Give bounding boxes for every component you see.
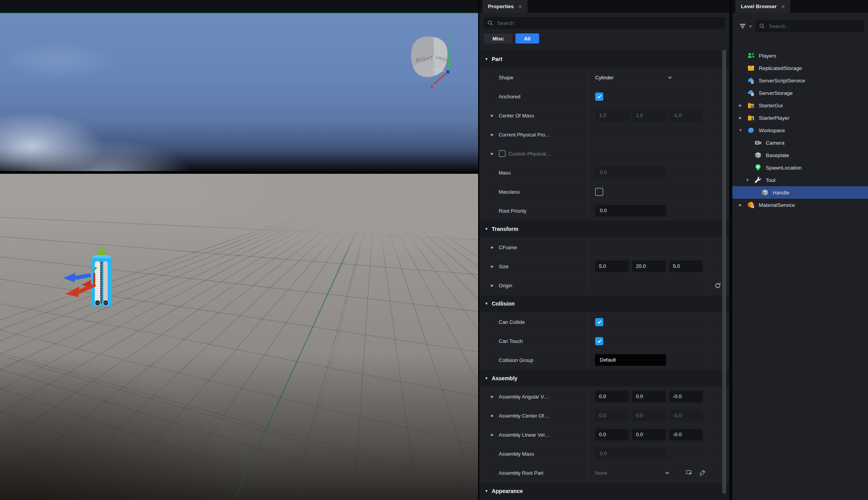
expand-arrow-icon[interactable]: ▶ [491,433,496,437]
section-header-collision[interactable]: ▼Collision [479,295,729,313]
expand-arrow-icon[interactable]: ▶ [491,152,496,156]
tree-item-label: StarterPlayer [759,115,789,121]
property-checkbox[interactable] [595,337,603,345]
move-arrow-z[interactable] [63,273,75,282]
close-icon[interactable]: × [781,3,785,10]
filter-menu-button[interactable]: v [739,23,751,29]
property-row-collision-group: Collision GroupDefault [479,351,729,370]
property-value-cell [589,313,706,331]
property-checkbox[interactable] [595,188,603,196]
level-browser-toolbar: v [732,20,868,32]
filter-misc-button[interactable]: Misc [484,33,512,44]
expander-icon[interactable]: ▶ [738,203,743,207]
tree-item-players[interactable]: Players [732,49,868,62]
section-header-transform[interactable]: ▼Transform [479,220,729,238]
close-icon[interactable]: × [519,3,522,10]
property-name: Anchored [499,94,520,100]
properties-search-input[interactable] [496,20,721,26]
tree-item-handle[interactable]: Handle [732,186,868,199]
expander-icon[interactable]: ▶ [738,116,743,120]
ground-plane[interactable] [0,174,478,500]
expand-arrow-icon[interactable]: ▶ [491,264,496,268]
vector-field[interactable]: 5.0 [669,260,703,272]
vector-field[interactable]: 20.0 [632,260,666,272]
tree-item-serverstorage[interactable]: ServerStorage [732,87,868,99]
expand-arrow-icon[interactable]: ▶ [491,395,496,399]
collapse-arrow-icon[interactable]: ▼ [485,376,488,380]
property-name: CFrame [499,245,517,250]
tree-item-replicatedstorage[interactable]: ReplicatedStorage [732,62,868,74]
section-header-appearance[interactable]: ▼Appearance [479,483,729,500]
vector-field[interactable]: 0.0 [632,429,666,441]
property-dropdown[interactable]: Cylinder [595,75,673,80]
pick-object-icon[interactable] [699,469,706,476]
property-value-cell: 0.00.0-0.0 [589,406,706,425]
properties-scrollbar[interactable] [722,50,726,494]
property-row-current-physical-pro: ▶Current Physical Pro… [479,125,729,144]
vector-field[interactable]: 0.0 [595,391,629,402]
vector-field[interactable]: -0.0 [669,391,703,402]
tree-item-label: Workspace [759,128,785,133]
expand-arrow-icon[interactable]: ▶ [491,245,496,249]
level-browser-search-box[interactable] [755,20,864,32]
move-arrow-x[interactable] [65,287,79,297]
tab-properties[interactable]: Properties × [482,0,527,13]
selected-part-gizmo[interactable] [58,240,128,318]
property-label-cell: Can Touch [479,332,589,350]
tree-item-startergui[interactable]: ▶StarterGui [732,99,868,112]
3d-viewport[interactable]: RIGHT FRONT Y X [0,0,478,500]
property-input[interactable]: 0.0 [595,205,666,217]
collapse-arrow-icon[interactable]: ▼ [485,489,488,493]
tree-item-serverscriptservice[interactable]: ServerScriptService [732,74,868,87]
expander-icon[interactable]: ▶ [738,103,743,107]
tree-item-materialservice[interactable]: ▶MaterialService [732,199,868,211]
property-label-cell: Assembly Mass [479,444,589,463]
tree-item-label: Baseplate [766,152,789,158]
property-input: 0.0 [595,448,666,460]
expand-arrow-icon[interactable]: ▶ [491,283,496,287]
vector-field: 0.0 [632,410,666,421]
view-cube[interactable]: RIGHT FRONT Y X [402,32,461,92]
vector-field[interactable]: 0.0 [595,429,629,441]
collapse-arrow-icon[interactable]: ▼ [485,57,488,61]
expander-icon[interactable]: ▼ [745,178,750,182]
property-input[interactable]: Default [595,354,666,366]
property-label-cell: ▶CFrame [479,238,589,257]
expand-arrow-icon[interactable]: ▶ [491,114,496,117]
section-header-assembly[interactable]: ▼Assembly [479,370,729,387]
expander-icon[interactable]: ▼ [738,128,743,132]
tree-item-tool[interactable]: ▼Tool [732,174,868,186]
tab-level-browser[interactable]: Level Browser × [735,0,790,13]
expand-arrow-icon[interactable]: ▶ [491,133,496,136]
tree-item-spawnlocation[interactable]: SpawnLocation [732,161,868,174]
tree-item-starterplayer[interactable]: ▶StarterPlayer [732,112,868,124]
vector-field[interactable]: -0.0 [669,429,703,441]
vector-field[interactable]: 0.0 [632,391,666,402]
explorer-tree: PlayersReplicatedStorageServerScriptServ… [732,49,868,211]
collapse-arrow-icon[interactable]: ▼ [485,227,488,231]
tree-item-camera[interactable]: Camera [732,136,868,149]
tree-item-baseplate[interactable]: Baseplate [732,149,868,161]
replicated-storage-icon [747,64,755,72]
filter-all-button[interactable]: All [515,33,539,44]
section-header-part[interactable]: ▼Part [479,51,729,68]
vector-field[interactable]: 5.0 [595,260,629,272]
property-checkbox[interactable] [499,150,506,157]
collapse-arrow-icon[interactable]: ▼ [485,302,488,306]
property-dropdown[interactable]: None [595,470,670,476]
select-parent-icon[interactable] [686,469,693,476]
panel-divider[interactable] [729,0,732,500]
tree-item-workspace[interactable]: ▼Workspace [732,124,868,136]
viewport-top-bar [0,0,478,13]
level-browser-search-input[interactable] [768,23,861,30]
players-icon [747,52,755,59]
property-checkbox[interactable] [595,318,603,326]
expand-arrow-icon[interactable]: ▶ [491,414,496,418]
move-arrow-y[interactable] [97,245,106,255]
property-value-cell [589,182,706,201]
property-label-cell: Collision Group [479,351,589,369]
property-checkbox[interactable] [595,93,603,101]
refresh-icon[interactable] [714,282,721,289]
dropdown-value: Cylinder [595,75,614,80]
properties-search-box[interactable] [484,17,725,29]
